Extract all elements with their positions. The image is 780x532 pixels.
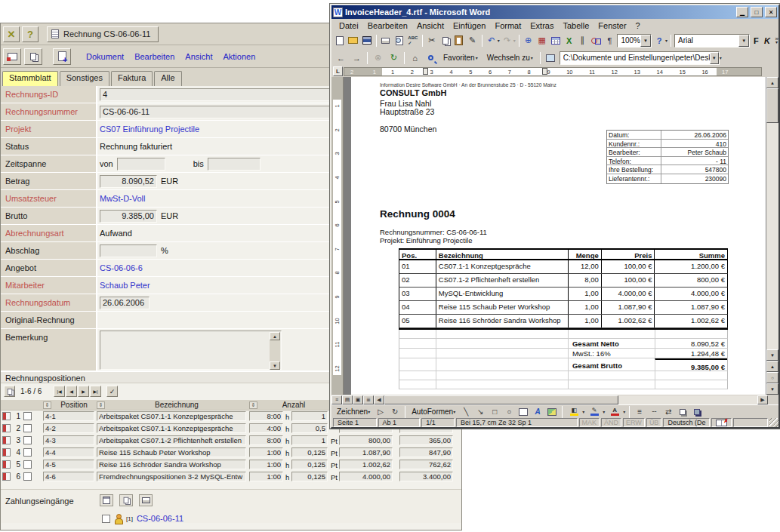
browse-next-icon[interactable]: ▼ — [766, 383, 778, 395]
draw-menu-button[interactable]: Zeichnen▾ — [335, 406, 372, 418]
favorites-button[interactable]: Favoriten▾ — [439, 51, 482, 65]
abschlag-input[interactable] — [100, 244, 157, 257]
menu-item[interactable]: Datei — [335, 20, 363, 31]
position-name-input[interactable] — [97, 447, 246, 457]
italic-button[interactable]: K — [763, 34, 772, 47]
umsatzsteuer-link[interactable]: MwSt-D-Voll — [100, 194, 146, 203]
row-record-icon[interactable] — [2, 460, 11, 469]
faktor-input[interactable] — [291, 447, 328, 457]
menu-item[interactable]: Einfügen — [449, 20, 490, 31]
open-icon[interactable] — [347, 34, 359, 48]
insert-hyperlink-icon[interactable]: ⊕ — [523, 34, 535, 48]
col-bezeichnung[interactable]: Bezeichnung — [107, 401, 246, 409]
copy-icon[interactable] — [439, 34, 452, 48]
position-name-input[interactable] — [97, 435, 246, 445]
app-menu-item[interactable]: Aktionen — [223, 52, 255, 61]
tab-selector-icon[interactable]: L — [333, 66, 343, 76]
arrow-icon[interactable]: ↘ — [474, 406, 486, 418]
mitarbeiter-link[interactable]: Schaub Peter — [100, 281, 150, 290]
faktor-input[interactable] — [291, 423, 328, 433]
drawing-icon[interactable] — [590, 34, 603, 48]
faktor-input[interactable] — [291, 460, 328, 469]
preis-input[interactable] — [339, 447, 393, 457]
horizontal-scrollbar[interactable] — [384, 395, 757, 404]
line-style-icon[interactable]: ≡ — [634, 406, 646, 418]
scrollbar-thumb[interactable] — [384, 395, 618, 404]
anzahl-input[interactable] — [249, 423, 283, 433]
format-painter-icon[interactable]: ✎ — [467, 34, 479, 48]
arrow-style-icon[interactable]: ⇄ — [662, 406, 674, 418]
scroll-left-icon[interactable]: ◀ — [374, 395, 384, 404]
textarea-scrollbar[interactable]: ▲ ▼ — [270, 332, 280, 370]
row-record-icon[interactable] — [2, 448, 11, 457]
duplicate-button[interactable] — [4, 386, 15, 397]
tab[interactable]: Stammblatt — [2, 71, 58, 86]
dash-style-icon[interactable]: ╌ — [648, 406, 660, 418]
new-document-icon[interactable] — [334, 34, 346, 48]
zoom-select[interactable]: 100% ▼ — [617, 34, 652, 48]
row-checkbox[interactable] — [23, 436, 32, 444]
rectangle-icon[interactable]: □ — [489, 406, 501, 418]
menu-item[interactable]: Format — [490, 20, 526, 31]
anzahl-input[interactable] — [249, 472, 283, 481]
columns-icon[interactable]: ∥ — [577, 34, 589, 48]
chevron-down-icon[interactable]: ▼ — [640, 35, 651, 47]
show-web-toolbar-icon[interactable] — [544, 51, 558, 65]
oval-icon[interactable]: ○ — [503, 406, 515, 418]
anzahl-input[interactable] — [249, 460, 283, 469]
sort-icon[interactable]: ⇕ — [97, 401, 105, 409]
position-id-input[interactable] — [43, 472, 94, 481]
print-button[interactable] — [139, 494, 153, 506]
print-preview-icon[interactable] — [393, 34, 405, 48]
indent-marker[interactable] — [542, 68, 547, 75]
menu-item[interactable]: Bearbeiten — [363, 20, 412, 31]
preis-input[interactable] — [339, 460, 393, 469]
anzahl-input[interactable] — [249, 447, 283, 457]
row-record-icon[interactable] — [2, 472, 11, 481]
scroll-down-icon[interactable]: ▼ — [766, 349, 778, 361]
menu-item[interactable]: Tabelle — [558, 20, 593, 31]
print-icon[interactable] — [380, 34, 392, 48]
zeitspanne-von-input[interactable] — [117, 158, 165, 171]
new-document-button[interactable]: + — [53, 48, 71, 65]
browse-object-icon[interactable]: ○ — [766, 372, 778, 383]
paragraph-marks-icon[interactable]: ¶ — [603, 34, 615, 48]
position-name-input[interactable] — [97, 472, 246, 481]
position-id-input[interactable] — [43, 435, 94, 445]
form-button[interactable] — [100, 494, 113, 506]
zeitspanne-bis-input[interactable] — [208, 158, 261, 171]
text-box-icon[interactable] — [517, 406, 529, 418]
payment-checkbox[interactable] — [102, 515, 110, 523]
close-icon[interactable]: ✕ — [3, 26, 20, 42]
autoshapes-menu-button[interactable]: AutoFormen▾ — [409, 406, 458, 418]
chevron-down-icon[interactable]: ▼ — [710, 52, 719, 64]
redo-icon[interactable]: ↷ — [501, 34, 513, 48]
rechnungsdatum-input[interactable] — [100, 297, 150, 309]
summe-input[interactable] — [399, 435, 453, 445]
position-id-input[interactable] — [43, 447, 94, 457]
row-record-icon[interactable] — [2, 412, 11, 420]
summe-input[interactable] — [399, 472, 453, 481]
bold-button[interactable]: F — [751, 34, 761, 47]
resize-grip-icon[interactable] — [769, 418, 778, 427]
next-page-button[interactable]: ▶ — [78, 386, 89, 397]
threed-icon[interactable] — [691, 406, 703, 418]
indent-marker[interactable] — [423, 68, 428, 75]
goto-button[interactable]: Wechseln zu▾ — [483, 51, 537, 65]
select-objects-icon[interactable]: ▷ — [375, 406, 387, 418]
col-anzahl[interactable]: Anzahl — [260, 401, 328, 409]
menu-item[interactable]: ? — [631, 20, 645, 31]
undo-icon[interactable]: ↶ — [486, 34, 498, 48]
position-name-input[interactable] — [97, 423, 246, 433]
preis-input[interactable] — [339, 435, 393, 445]
stop-icon[interactable]: ⊗ — [371, 51, 385, 65]
sort-icon[interactable]: ⇕ — [43, 401, 51, 409]
word-titlebar[interactable]: W InvoiceHeader_4.rtf - Microsoft Word ▁… — [331, 5, 778, 19]
faktor-input[interactable] — [291, 472, 328, 481]
close-icon[interactable]: ✕ — [765, 7, 777, 17]
app-menu-item[interactable]: Ansicht — [185, 52, 212, 61]
forward-icon[interactable]: → — [350, 51, 364, 65]
help-icon[interactable]: ? — [22, 26, 39, 42]
first-page-button[interactable]: |◀ — [54, 386, 65, 397]
wordart-icon[interactable]: A — [532, 406, 544, 418]
